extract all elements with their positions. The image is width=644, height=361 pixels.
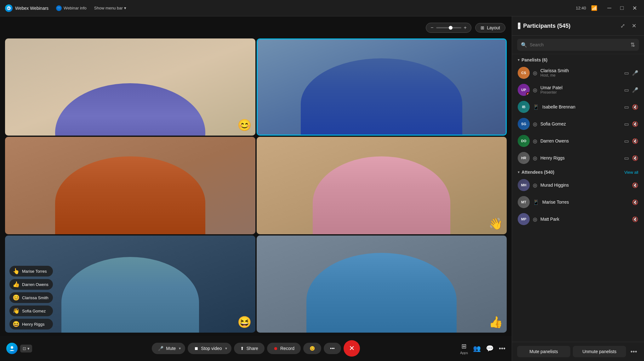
panelist-avatar-2: IB	[518, 101, 530, 113]
panel-header-actions: ⤢ ✕	[618, 21, 638, 30]
presenter-badge: ▶	[526, 92, 530, 96]
chat-button[interactable]: 💬	[486, 345, 494, 352]
panelist-info-3: Sofia Gomez	[540, 121, 621, 126]
video-cell-2	[257, 38, 507, 136]
panelist-info-5: Henry Riggs	[540, 155, 621, 160]
show-menu-bar[interactable]: Show menu bar ▾	[94, 6, 126, 10]
search-input[interactable]	[530, 42, 627, 47]
maximize-button[interactable]: □	[618, 4, 626, 13]
apps-icon: ⊞	[461, 342, 467, 350]
toolbar-center: 🎤 Mute ▾ ⏹ Stop video ▾ ⬆ Share ⏺ Record	[152, 340, 360, 357]
webex-icon: W	[5, 4, 13, 12]
attendees-section-header[interactable]: ▾ Attendees (540) View all	[512, 166, 644, 177]
layout-label: Layout	[487, 25, 500, 30]
panelist-row-3[interactable]: SG ◎ Sofia Gomez ▭ 🔇	[512, 115, 644, 132]
mute-panelists-button[interactable]: Mute panelists	[517, 346, 570, 357]
close-button[interactable]: ✕	[630, 4, 639, 13]
video-ctrl-2: ▭	[624, 104, 629, 110]
panelist-avatar-4: DO	[518, 135, 530, 147]
apps-label: Apps	[460, 351, 468, 355]
mute-icon: 🎤	[158, 346, 163, 351]
captions-icon: ⊡	[23, 346, 26, 351]
panel-collapse-button[interactable]: ‹	[518, 22, 521, 29]
video-controls-top: − + ⊞ Layout	[426, 23, 505, 33]
toolbar-left: ⊡ ▾	[6, 343, 32, 354]
panelist-row-5[interactable]: HR ◎ Henry Riggs ▭ 🔇	[512, 149, 644, 166]
attendee-avatar-2: MP	[518, 213, 530, 225]
zoom-in-button[interactable]: +	[464, 25, 467, 31]
attendee-row-0[interactable]: MH ◎ Murad Higgins 🔇	[512, 177, 644, 194]
attendee-0-audio-icon: ◎	[533, 182, 537, 188]
webinar-info-item[interactable]: 🛡 Webinar info	[56, 5, 87, 11]
panelist-name-1: Umar Patel	[540, 85, 621, 90]
panelist-name-0: Clarissa Smith	[540, 68, 621, 73]
video-arrow-icon: ▾	[225, 346, 227, 351]
zoom-slider-handle[interactable]	[449, 26, 453, 30]
emoji-overlay-1: 😊	[237, 119, 252, 132]
reaction-name-4: Henry Riggs	[22, 322, 45, 327]
mic-ctrl-2: 🔇	[632, 104, 638, 110]
toolbar-more-button[interactable]: •••	[499, 345, 505, 352]
mic-ctrl-att-2: 🔇	[632, 216, 638, 222]
attendee-row-1[interactable]: MT 📱 Marise Torres 🔇	[512, 194, 644, 211]
participants-panel-button[interactable]: 👥	[473, 345, 481, 352]
reactions-button[interactable]: 😊	[303, 343, 321, 354]
unmute-panelists-button[interactable]: Unmute panelists	[573, 346, 626, 357]
stop-video-button[interactable]: ⏹ Stop video ▾	[188, 343, 231, 354]
panel-popout-button[interactable]: ⤢	[618, 21, 627, 30]
end-call-button[interactable]: ✕	[344, 340, 360, 357]
reaction-name-2: Clarissa Smith	[22, 295, 48, 300]
panelist-row-0[interactable]: CS ◎ Clarissa Smith Host, me ▭ 🎤	[512, 64, 644, 81]
panelists-chevron-icon: ▾	[518, 58, 520, 62]
view-all-button[interactable]: View all	[624, 170, 638, 175]
minimize-button[interactable]: ─	[605, 4, 614, 13]
panelist-3-audio-icon: ◎	[533, 121, 537, 127]
panelist-row-2[interactable]: IB 📱 Isabelle Brennan ▭ 🔇	[512, 98, 644, 115]
chat-icon: 💬	[486, 345, 494, 352]
panelist-row-4[interactable]: DO ◎ Darren Owens ▭ 🔇	[512, 132, 644, 149]
shield-icon: 🛡	[56, 5, 62, 11]
panelist-row-1[interactable]: UP ▶ ◎ Umar Patel Presenter ▭ 🎤	[512, 81, 644, 98]
panelist-avatar-1: UP ▶	[518, 84, 530, 96]
reaction-name-0: Marise Torres	[22, 269, 47, 274]
svg-point-2	[11, 346, 13, 349]
panelist-controls-4: ▭ 🔇	[624, 138, 638, 144]
share-button[interactable]: ⬆ Share	[234, 343, 265, 354]
apps-button[interactable]: ⊞ Apps	[460, 342, 468, 355]
panel-footer-more-button[interactable]: •••	[629, 346, 639, 357]
attendees-section-title: Attendees (540)	[521, 170, 554, 175]
panelists-section-header[interactable]: ▾ Panelists (6)	[512, 54, 644, 64]
panel-search-area: 🔍 ⇅	[512, 36, 644, 54]
captions-arrow: ▾	[27, 346, 30, 351]
more-options-button[interactable]: •••	[324, 343, 341, 354]
panelist-role-0: Host, me	[540, 73, 621, 78]
reaction-name-3: Sofia Gomez	[22, 309, 46, 313]
sort-button[interactable]: ⇅	[630, 41, 635, 48]
captions-button[interactable]: ⊡ ▾	[20, 345, 32, 352]
attendees-chevron-icon: ▾	[518, 170, 520, 174]
panel-scroll[interactable]: ▾ Panelists (6) CS ◎ Clarissa Smith Host…	[512, 54, 644, 342]
reaction-emoji-1: 👍	[13, 281, 20, 288]
mute-button[interactable]: 🎤 Mute ▾	[152, 343, 185, 354]
app-logo: W Webex Webinars	[5, 4, 48, 12]
attendee-name-1: Marise Torres	[542, 200, 629, 205]
titlebar-left: W Webex Webinars 🛡 Webinar info Show men…	[5, 4, 126, 12]
zoom-out-button[interactable]: −	[430, 25, 433, 31]
webinar-info-label: Webinar info	[64, 6, 87, 10]
toolbar: ⊡ ▾ 🎤 Mute ▾ ⏹ Stop video ▾ ⬆ Share	[0, 336, 512, 361]
record-button[interactable]: ⏺ Record	[267, 343, 301, 354]
toolbar-right: ⊞ Apps 👥 💬 •••	[460, 342, 505, 355]
emoji-overlay-5: 😆	[237, 316, 252, 329]
attendee-name-0: Murad Higgins	[540, 183, 629, 188]
attendee-row-2[interactable]: MP ◎ Matt Park 🔇	[512, 211, 644, 228]
mute-arrow-icon: ▾	[179, 346, 181, 351]
panel-close-button[interactable]: ✕	[630, 21, 638, 30]
window-controls: ─ □ ✕	[605, 4, 639, 13]
reaction-emoji-2: 😊	[13, 294, 20, 301]
layout-button[interactable]: ⊞ Layout	[475, 23, 505, 32]
attendee-info-2: Matt Park	[540, 217, 629, 222]
mic-ctrl-1: 🎤	[632, 87, 638, 93]
mic-ctrl-3: 🔇	[632, 121, 638, 127]
zoom-slider[interactable]	[436, 27, 461, 28]
reaction-emoji-4: 😆	[13, 321, 20, 328]
